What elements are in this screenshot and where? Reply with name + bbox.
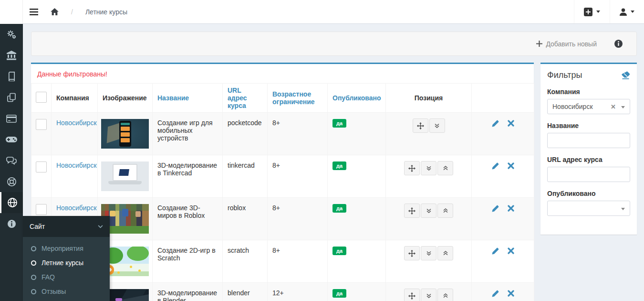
company-filter-select[interactable]: Новосибирск ✕	[547, 99, 630, 114]
move-up-button[interactable]	[437, 161, 453, 175]
course-title: Создание 2D-игр в Scratch	[153, 240, 223, 283]
published-badge: да	[332, 119, 346, 128]
course-url: roblox	[223, 198, 268, 240]
url-filter-input[interactable]	[547, 167, 630, 182]
company-link[interactable]: Новосибирск	[56, 119, 97, 127]
submenu-item[interactable]: Фотографии	[23, 299, 110, 301]
move-down-button[interactable]	[421, 246, 436, 260]
toolbar: Добавить новый	[31, 32, 637, 56]
edit-button[interactable]	[491, 290, 499, 299]
gears-icon	[6, 29, 17, 40]
info-icon[interactable]	[614, 39, 623, 48]
column-header-url[interactable]: URL адрес курса	[223, 84, 268, 113]
delete-button[interactable]	[508, 162, 514, 171]
move-down-button[interactable]	[421, 204, 436, 218]
clear-icon[interactable]: ✕	[611, 99, 616, 114]
double-chevron-down-icon	[426, 165, 432, 171]
gamepad-icon	[6, 136, 17, 143]
add-menu-button[interactable]	[574, 0, 610, 23]
sidebar-toggle-button[interactable]	[23, 0, 45, 23]
move-button[interactable]	[404, 204, 420, 218]
move-icon	[408, 165, 415, 172]
submenu-item[interactable]: Отзывы	[23, 284, 110, 299]
row-checkbox[interactable]	[36, 119, 47, 130]
move-button[interactable]	[404, 161, 420, 175]
sidebar-item-organization[interactable]	[0, 45, 23, 66]
caret-down-icon	[621, 208, 625, 210]
column-header-title[interactable]: Название	[153, 84, 223, 113]
column-header-published[interactable]: Опубликовано	[328, 84, 386, 113]
edit-button[interactable]	[491, 205, 499, 214]
plus-square-icon	[584, 8, 592, 16]
circle-icon	[31, 246, 36, 251]
name-filter-input[interactable]	[547, 133, 630, 148]
move-button[interactable]	[404, 246, 420, 260]
sidebar-item-courses[interactable]	[0, 66, 23, 87]
pencil-icon	[491, 162, 499, 170]
sidebar-item-site[interactable]	[0, 192, 23, 213]
move-icon	[408, 250, 415, 257]
submenu-item[interactable]: FAQ	[23, 270, 110, 284]
row-checkbox[interactable]	[36, 161, 47, 172]
sidebar-item-settings[interactable]	[0, 24, 23, 45]
sidebar-item-pages[interactable]	[0, 87, 23, 108]
course-url: tinkercad	[223, 155, 268, 198]
published-filter-select[interactable]	[547, 201, 630, 216]
sidebar-flyout-site[interactable]: Сайт	[23, 216, 110, 237]
edit-button[interactable]	[491, 162, 499, 172]
add-new-button[interactable]: Добавить новый	[536, 40, 597, 48]
select-all-checkbox[interactable]	[36, 92, 47, 103]
delete-button[interactable]	[508, 247, 514, 256]
move-icon	[408, 292, 415, 300]
move-up-button[interactable]	[437, 246, 453, 260]
table-header-row: Компания Изображение Название URL адрес …	[31, 84, 534, 113]
company-filter-value: Новосибирск	[548, 99, 630, 114]
company-link[interactable]: Новосибирск	[56, 161, 97, 169]
breadcrumb: / Летние курсы	[51, 0, 127, 23]
table-row: Новосибирск3D-моделирование в Tinkercadt…	[31, 155, 534, 198]
age-restriction: 8+	[268, 113, 328, 155]
move-up-button[interactable]	[437, 289, 453, 301]
double-chevron-down-icon	[426, 208, 432, 214]
comments-icon	[6, 156, 17, 165]
published-badge: да	[332, 204, 346, 213]
delete-button[interactable]	[508, 205, 514, 213]
move-down-button[interactable]	[429, 118, 445, 133]
submenu-item-label: Отзывы	[42, 288, 66, 295]
move-button[interactable]	[404, 289, 420, 301]
sidebar-item-games[interactable]	[0, 129, 23, 150]
age-restriction: 8+	[268, 198, 328, 240]
sidebar-item-feedback[interactable]	[0, 150, 23, 171]
delete-button[interactable]	[508, 120, 514, 128]
submenu-item[interactable]: Летние курсы	[23, 256, 110, 270]
top-navbar: / Летние курсы	[0, 0, 644, 24]
move-down-button[interactable]	[421, 161, 436, 175]
edit-button[interactable]	[491, 120, 499, 129]
row-checkbox[interactable]	[36, 204, 47, 215]
edit-button[interactable]	[491, 247, 499, 257]
table-row: НовосибирскСоздание игр для мобильных ус…	[31, 113, 534, 155]
course-url: scratch	[223, 240, 268, 283]
column-header-age[interactable]: Возрастное ограничение	[268, 84, 328, 113]
age-restriction: 8+	[268, 155, 328, 198]
sidebar-item-support[interactable]	[0, 171, 23, 192]
move-button[interactable]	[413, 118, 428, 133]
submenu-item[interactable]: Мероприятия	[23, 241, 110, 256]
eraser-icon[interactable]	[621, 71, 630, 79]
user-menu-button[interactable]	[610, 0, 644, 23]
flyout-menu: МероприятияЛетние курсыFAQОтзывыФотограф…	[23, 237, 110, 301]
move-down-button[interactable]	[421, 289, 436, 301]
double-chevron-up-icon	[443, 208, 448, 214]
filters-title: Фильтры	[547, 70, 582, 80]
sidebar-item-about[interactable]	[0, 213, 23, 234]
delete-x-icon	[508, 205, 514, 212]
published-badge: да	[332, 247, 346, 255]
move-up-button[interactable]	[437, 204, 453, 218]
delete-button[interactable]	[508, 290, 514, 298]
course-title: 3D-моделирование в Blender	[153, 283, 223, 301]
content-area: Добавить новый Данные фильтрованы! Компа…	[23, 24, 644, 301]
sidebar-item-payments[interactable]	[0, 108, 23, 129]
home-icon[interactable]	[51, 8, 59, 15]
company-link[interactable]: Новосибирск	[56, 204, 97, 212]
caret-down-icon	[596, 11, 600, 13]
